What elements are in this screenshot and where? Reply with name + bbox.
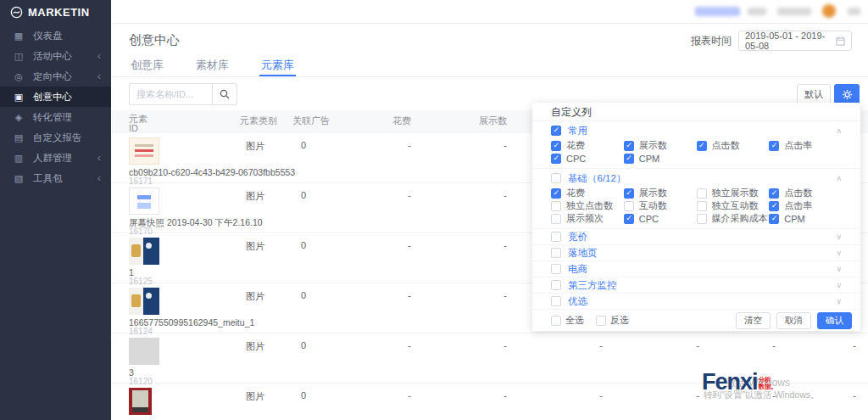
column-option[interactable]: 独立点击数 xyxy=(551,199,624,212)
column-option[interactable]: 互动数 xyxy=(624,199,697,212)
search-button[interactable] xyxy=(212,83,237,105)
column-option[interactable]: 点击数 xyxy=(769,187,842,199)
checkbox[interactable] xyxy=(769,188,779,199)
column-option[interactable]: 点击率 xyxy=(769,139,842,152)
collapsed-section[interactable]: 第三方监控 xyxy=(532,277,860,294)
element-thumbnail[interactable] xyxy=(129,388,152,415)
checkbox[interactable] xyxy=(551,154,561,164)
chevron-down-icon[interactable] xyxy=(836,232,842,241)
checkbox[interactable] xyxy=(551,188,561,199)
checkbox[interactable] xyxy=(551,214,561,224)
chevron-down-icon[interactable] xyxy=(836,281,842,289)
redacted-nav-item[interactable] xyxy=(848,8,860,15)
element-thumbnail[interactable] xyxy=(129,288,159,315)
column-option-label: 花费 xyxy=(566,139,585,152)
checkbox[interactable] xyxy=(769,201,779,211)
sidebar-item[interactable]: ▧ 工具包 xyxy=(0,168,111,188)
column-option[interactable]: 展示数 xyxy=(624,139,697,152)
column-option[interactable]: 点击数 xyxy=(697,139,770,152)
checkbox[interactable] xyxy=(551,264,561,274)
search-group xyxy=(129,83,237,105)
checkbox[interactable] xyxy=(551,248,561,258)
tab[interactable]: 创意库 xyxy=(129,58,165,76)
column-option[interactable]: 独立互动数 xyxy=(697,199,770,212)
checkbox[interactable] xyxy=(551,316,561,326)
checkbox[interactable] xyxy=(697,214,707,224)
section-basic-header[interactable]: 基础（6/12） xyxy=(551,171,842,186)
checkbox[interactable] xyxy=(551,201,561,211)
checkbox[interactable] xyxy=(624,201,634,211)
sidebar-item[interactable]: ▦ 仪表盘 xyxy=(0,25,111,46)
column-option[interactable]: 媒介采购成本 xyxy=(697,212,770,225)
checkbox[interactable] xyxy=(551,141,561,151)
collapsed-section[interactable]: 落地页 xyxy=(532,245,860,261)
sidebar-item[interactable]: ▣ 创意中心 xyxy=(0,87,111,107)
cancel-button[interactable]: 取消 xyxy=(776,312,811,329)
avatar[interactable] xyxy=(822,4,836,18)
clear-button[interactable]: 清空 xyxy=(736,312,771,329)
checkbox[interactable] xyxy=(697,188,707,199)
element-thumbnail[interactable] xyxy=(129,338,159,365)
column-option[interactable]: 展示频次 xyxy=(551,212,624,225)
sidebar-item[interactable]: ◫ 活动中心 xyxy=(0,46,111,66)
chevron-down-icon[interactable] xyxy=(836,297,842,305)
checkbox[interactable] xyxy=(769,214,779,224)
checkbox[interactable] xyxy=(551,232,561,242)
element-thumbnail[interactable] xyxy=(129,188,159,215)
checkbox[interactable] xyxy=(596,316,606,326)
column-option[interactable]: 花费 xyxy=(551,187,624,199)
chevron-up-icon[interactable] xyxy=(836,174,842,182)
impressions-value: - xyxy=(504,140,507,150)
checkbox[interactable] xyxy=(551,173,561,183)
panel-buttons: 清空 取消 确认 xyxy=(736,312,852,329)
invert-selection-checkbox[interactable]: 反选 xyxy=(596,314,629,327)
sidebar-item[interactable]: ▥ 人群管理 xyxy=(0,148,111,168)
checkbox[interactable] xyxy=(697,141,707,151)
section-common-header[interactable]: 常用 xyxy=(551,123,842,138)
checkbox[interactable] xyxy=(624,154,634,164)
checkbox[interactable] xyxy=(551,280,561,290)
collapsed-section[interactable]: 优选 xyxy=(532,294,860,310)
column-option[interactable]: CPC xyxy=(624,212,697,225)
checkbox[interactable] xyxy=(551,296,561,306)
checkbox[interactable] xyxy=(624,214,634,224)
element-name: cb09b210-c620-4c43-b429-06703fbb5553 xyxy=(129,167,295,177)
sidebar-item[interactable]: ◈ 转化管理 xyxy=(0,107,111,127)
collapsed-section[interactable]: 竞价 xyxy=(532,229,860,245)
page-title: 创意中心 xyxy=(129,32,180,48)
confirm-button[interactable]: 确认 xyxy=(817,312,852,329)
column-option[interactable]: CPM xyxy=(624,152,697,165)
date-range-input[interactable]: 2019-05-01 - 2019-05-08 xyxy=(738,31,852,51)
tab[interactable]: 素材库 xyxy=(194,58,231,76)
column-option[interactable]: CPC xyxy=(551,152,624,165)
brand-name: MARKETIN xyxy=(28,6,90,19)
checkbox[interactable] xyxy=(769,141,779,151)
element-thumbnail[interactable] xyxy=(129,137,159,165)
column-option[interactable]: 点击率 xyxy=(769,199,842,212)
element-thumbnail[interactable] xyxy=(129,238,159,265)
column-option[interactable]: 独立展示数 xyxy=(697,187,770,199)
linked-ads-count: 0 xyxy=(301,240,306,250)
sidebar-item[interactable]: ◎ 定向中心 xyxy=(0,66,111,87)
checkbox[interactable] xyxy=(551,126,561,136)
sidebar-item[interactable]: ▤ 自定义报告 xyxy=(0,127,111,148)
column-option[interactable]: 展示数 xyxy=(624,187,697,199)
linked-ads-count: 0 xyxy=(301,190,306,200)
default-columns-button[interactable]: 默认 xyxy=(797,84,831,104)
chevron-down-icon[interactable] xyxy=(836,265,842,273)
column-option[interactable]: 花费 xyxy=(551,139,624,152)
column-option[interactable]: CPM xyxy=(769,212,842,225)
redacted-nav-item[interactable] xyxy=(695,7,740,16)
redacted-nav-item[interactable] xyxy=(748,8,766,15)
select-all-checkbox[interactable]: 全选 xyxy=(551,314,584,327)
checkbox[interactable] xyxy=(697,201,707,211)
chevron-up-icon[interactable] xyxy=(836,126,842,135)
checkbox[interactable] xyxy=(624,141,634,151)
chevron-down-icon[interactable] xyxy=(836,249,842,257)
customize-columns-button[interactable] xyxy=(834,84,860,104)
collapsed-section[interactable]: 电商 xyxy=(532,261,860,277)
checkbox[interactable] xyxy=(624,188,634,199)
search-input[interactable] xyxy=(129,83,212,105)
redacted-nav-item[interactable] xyxy=(777,8,811,15)
tab[interactable]: 元素库 xyxy=(259,58,296,76)
